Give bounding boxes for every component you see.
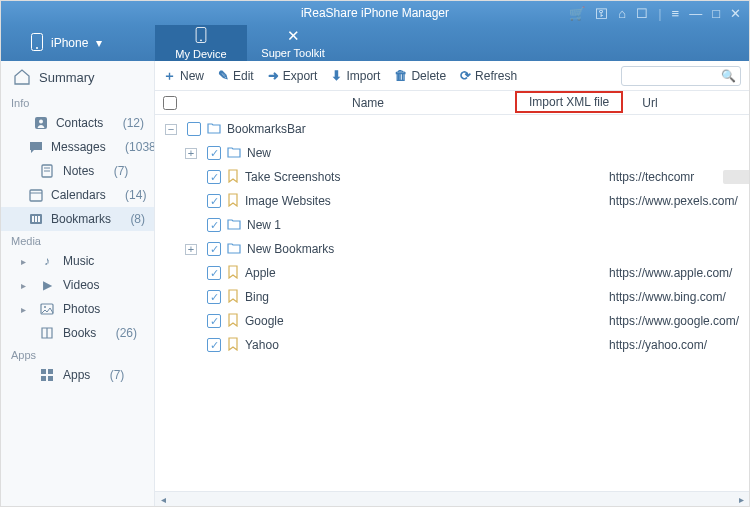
window-controls: 🛒 ⚿ ⌂ ☐ | ≡ — □ ✕ bbox=[569, 6, 741, 21]
chevron-down-icon: ▾ bbox=[96, 36, 102, 50]
import-button[interactable]: ⬇Import bbox=[331, 68, 380, 83]
close-icon[interactable]: ✕ bbox=[730, 6, 741, 21]
expand-icon[interactable]: + bbox=[185, 148, 197, 159]
bookmarks-icon bbox=[29, 211, 43, 227]
svg-point-16 bbox=[44, 306, 46, 308]
sidebar-item-music[interactable]: ▸♪ Music bbox=[1, 249, 154, 273]
tab-super-toolkit[interactable]: ✕ Super Toolkit bbox=[247, 25, 339, 61]
chevron-right-icon: ▸ bbox=[21, 256, 31, 267]
row-name: New 1 bbox=[247, 218, 281, 232]
row-url: https://www.pexels.com/ bbox=[609, 194, 738, 208]
collapse-icon[interactable]: − bbox=[165, 124, 177, 135]
label: Music bbox=[63, 254, 94, 268]
svg-rect-20 bbox=[48, 376, 53, 381]
tree-row[interactable]: +✓New Bookmarks bbox=[155, 237, 749, 261]
bookmark-icon bbox=[227, 169, 239, 186]
device-selector[interactable]: iPhone ▾ bbox=[1, 25, 155, 61]
sidebar-item-notes[interactable]: Notes (7) bbox=[1, 159, 154, 183]
sidebar-summary[interactable]: Summary bbox=[1, 61, 154, 93]
row-checkbox[interactable]: ✓ bbox=[207, 266, 221, 280]
menu-icon[interactable]: ≡ bbox=[672, 6, 680, 21]
sidebar: Summary Info Contacts (12) Messages (103… bbox=[1, 61, 155, 507]
row-name: New Bookmarks bbox=[247, 242, 334, 256]
maximize-icon[interactable]: □ bbox=[712, 6, 720, 21]
label: Notes bbox=[63, 164, 94, 178]
tree-row[interactable]: ✓Applehttps://www.apple.com/ bbox=[155, 261, 749, 285]
sidebar-item-apps[interactable]: Apps (7) bbox=[1, 363, 154, 387]
phone-icon bbox=[195, 27, 207, 46]
row-url: https://www.apple.com/ bbox=[609, 266, 732, 280]
svg-point-3 bbox=[200, 39, 202, 41]
refresh-button[interactable]: ⟳Refresh bbox=[460, 68, 517, 83]
home-icon[interactable]: ⌂ bbox=[618, 6, 626, 21]
row-checkbox[interactable]: ✓ bbox=[187, 122, 201, 136]
select-all-checkbox[interactable] bbox=[163, 96, 177, 110]
delete-button[interactable]: 🗑Delete bbox=[394, 68, 446, 83]
sidebar-item-books[interactable]: Books (26) bbox=[1, 321, 154, 345]
column-name[interactable]: Name bbox=[185, 96, 551, 110]
chevron-right-icon: ▸ bbox=[21, 304, 31, 315]
download-icon: ⬇ bbox=[331, 68, 342, 83]
sidebar-item-photos[interactable]: ▸ Photos bbox=[1, 297, 154, 321]
row-name: Image Websites bbox=[245, 194, 331, 208]
bookmark-icon bbox=[227, 265, 239, 282]
tree-row[interactable]: ✓Take Screenshotshttps://techcomr bbox=[155, 165, 749, 189]
redacted-text bbox=[723, 170, 749, 184]
key-icon[interactable]: ⚿ bbox=[595, 6, 608, 21]
top-bar: iPhone ▾ My Device ✕ Super Toolkit bbox=[1, 25, 749, 61]
phone-icon bbox=[31, 33, 43, 54]
row-checkbox[interactable]: ✓ bbox=[207, 194, 221, 208]
tree-row[interactable]: +✓New bbox=[155, 141, 749, 165]
scroll-left-icon[interactable]: ◂ bbox=[155, 494, 171, 505]
messages-icon bbox=[29, 139, 43, 155]
app-title: iReaShare iPhone Manager bbox=[301, 6, 449, 20]
tree-row[interactable]: −✓BookmarksBar bbox=[155, 117, 749, 141]
content-pane: ＋New ✎Edit ➜Export ⬇Import 🗑Delete ⟳Refr… bbox=[155, 61, 749, 507]
cart-icon[interactable]: 🛒 bbox=[569, 6, 585, 21]
calendar-icon bbox=[29, 187, 43, 203]
horizontal-scrollbar[interactable]: ◂ ▸ bbox=[155, 491, 749, 507]
device-name: iPhone bbox=[51, 36, 88, 50]
scroll-right-icon[interactable]: ▸ bbox=[733, 494, 749, 505]
tree-row[interactable]: ✓Image Websiteshttps://www.pexels.com/ bbox=[155, 189, 749, 213]
sidebar-item-calendars[interactable]: Calendars (14) bbox=[1, 183, 154, 207]
section-info: Info bbox=[1, 93, 154, 111]
row-name: BookmarksBar bbox=[227, 122, 306, 136]
count: (8) bbox=[130, 212, 145, 226]
row-checkbox[interactable]: ✓ bbox=[207, 146, 221, 160]
new-button[interactable]: ＋New bbox=[163, 67, 204, 85]
tree-row[interactable]: ✓Googlehttps://www.google.com/ bbox=[155, 309, 749, 333]
feedback-icon[interactable]: ☐ bbox=[636, 6, 648, 21]
count: (7) bbox=[114, 164, 129, 178]
music-icon: ♪ bbox=[39, 253, 55, 269]
row-name: New bbox=[247, 146, 271, 160]
row-checkbox[interactable]: ✓ bbox=[207, 170, 221, 184]
sidebar-item-contacts[interactable]: Contacts (12) bbox=[1, 111, 154, 135]
tab-my-device[interactable]: My Device bbox=[155, 25, 247, 61]
label: Bookmarks bbox=[51, 212, 111, 226]
tree-row[interactable]: ✓Yahoohttps://yahoo.com/ bbox=[155, 333, 749, 357]
svg-rect-13 bbox=[35, 216, 37, 222]
row-checkbox[interactable]: ✓ bbox=[207, 218, 221, 232]
sidebar-item-messages[interactable]: Messages (1038) bbox=[1, 135, 154, 159]
row-checkbox[interactable]: ✓ bbox=[207, 338, 221, 352]
svg-rect-14 bbox=[38, 216, 40, 222]
import-dropdown-item[interactable]: Import XML file bbox=[515, 91, 623, 113]
minimize-icon[interactable]: — bbox=[689, 6, 702, 21]
tab-label: Super Toolkit bbox=[261, 47, 324, 59]
svg-rect-19 bbox=[41, 376, 46, 381]
row-checkbox[interactable]: ✓ bbox=[207, 242, 221, 256]
row-checkbox[interactable]: ✓ bbox=[207, 290, 221, 304]
tree-row[interactable]: ✓New 1 bbox=[155, 213, 749, 237]
expand-icon[interactable]: + bbox=[185, 244, 197, 255]
chevron-right-icon: ▸ bbox=[21, 280, 31, 291]
search-input[interactable]: 🔍 bbox=[621, 66, 741, 86]
row-checkbox[interactable]: ✓ bbox=[207, 314, 221, 328]
edit-button[interactable]: ✎Edit bbox=[218, 68, 254, 83]
sidebar-item-videos[interactable]: ▸▶ Videos bbox=[1, 273, 154, 297]
export-button[interactable]: ➜Export bbox=[268, 68, 318, 83]
row-url: https://www.bing.com/ bbox=[609, 290, 726, 304]
tree-row[interactable]: ✓Binghttps://www.bing.com/ bbox=[155, 285, 749, 309]
sidebar-item-bookmarks[interactable]: Bookmarks (8) bbox=[1, 207, 154, 231]
toolbar: ＋New ✎Edit ➜Export ⬇Import 🗑Delete ⟳Refr… bbox=[155, 61, 749, 91]
